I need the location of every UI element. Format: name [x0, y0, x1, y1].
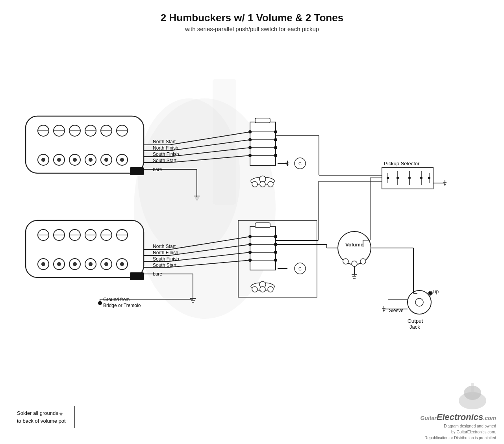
svg-point-110 — [408, 177, 411, 179]
pickup-selector-label: Pickup Selector — [384, 161, 420, 166]
north-start-label-2: North Start — [153, 244, 176, 249]
svg-point-25 — [89, 158, 93, 162]
brand-name-2: Electronics — [437, 412, 484, 422]
diagram-area: C C — [0, 39, 504, 394]
copyright-text-1: Diagram designed and owned — [420, 424, 496, 428]
svg-point-65 — [274, 146, 277, 149]
south-finish-label-2: South Finish — [153, 256, 179, 262]
svg-point-27 — [120, 158, 124, 162]
svg-point-120 — [352, 261, 357, 266]
svg-point-121 — [360, 259, 366, 264]
svg-point-96 — [260, 287, 265, 292]
output-jack-label2: Jack — [410, 324, 420, 330]
svg-text:Volume: Volume — [345, 242, 363, 248]
svg-rect-183 — [471, 383, 474, 395]
svg-point-176 — [429, 292, 432, 295]
svg-rect-2 — [213, 79, 236, 205]
svg-point-51 — [89, 262, 93, 266]
svg-rect-55 — [250, 122, 276, 165]
watermark-area: GuitarElectronics.com Diagram designed a… — [420, 379, 496, 440]
svg-point-67 — [274, 154, 277, 157]
svg-point-117 — [338, 231, 371, 265]
svg-point-119 — [343, 259, 348, 264]
guitar-silhouette — [449, 379, 496, 411]
svg-point-90 — [274, 251, 277, 254]
svg-rect-54 — [130, 272, 144, 280]
svg-text:C: C — [298, 161, 302, 166]
svg-point-61 — [274, 130, 277, 133]
svg-point-52 — [104, 262, 108, 266]
svg-point-127 — [415, 298, 423, 306]
wiring-diagram-svg: C C — [0, 39, 504, 382]
south-start-label-2: South Start — [153, 263, 177, 268]
svg-rect-80 — [250, 227, 276, 270]
svg-point-22 — [41, 158, 45, 162]
bare-label-2: bare — [153, 271, 162, 277]
ground-bridge-label2: Bridge or Tremolo — [103, 303, 141, 308]
svg-point-70 — [252, 181, 258, 187]
brand-name: Guitar — [420, 415, 436, 421]
note-line2: to back of volume pot — [17, 418, 66, 424]
bare-label-1: bare — [153, 167, 162, 172]
svg-point-97 — [268, 287, 273, 292]
svg-point-23 — [57, 158, 61, 162]
svg-point-92 — [274, 259, 277, 262]
note-line1: Solder all grounds — [17, 410, 58, 416]
svg-point-63 — [274, 138, 277, 141]
svg-point-111 — [420, 177, 422, 179]
south-start-label-1: South Start — [153, 158, 177, 163]
north-finish-label-1: North Finish — [153, 145, 178, 151]
svg-point-86 — [274, 235, 277, 238]
svg-point-50 — [73, 262, 77, 266]
tip-label: Tip — [432, 289, 439, 294]
svg-point-112 — [428, 177, 430, 179]
north-start-label-1: North Start — [153, 139, 176, 144]
svg-point-26 — [104, 158, 108, 162]
svg-rect-98 — [255, 223, 270, 228]
ground-bridge-label: Ground from — [103, 297, 130, 302]
note-box: Solder all grounds ⏚ to back of volume p… — [12, 406, 75, 428]
svg-rect-102 — [382, 167, 433, 189]
brand-logo: GuitarElectronics.com — [420, 412, 496, 422]
svg-point-95 — [252, 287, 258, 292]
svg-point-108 — [387, 177, 389, 179]
sub-title: with series-parallel push/pull switch fo… — [0, 26, 504, 32]
title-area: 2 Humbuckers w/ 1 Volume & 2 Tones with … — [0, 0, 504, 32]
svg-point-71 — [260, 181, 265, 187]
svg-point-24 — [73, 158, 77, 162]
svg-rect-28 — [130, 167, 144, 175]
south-finish-label-1: South Finish — [153, 152, 179, 157]
copyright-text-3: Republication or Distribution is prohibi… — [420, 436, 496, 440]
svg-point-53 — [120, 262, 124, 266]
brand-tld: .com — [483, 415, 496, 421]
copyright-text-2: by GuitarElectronics.com. — [420, 430, 496, 434]
north-finish-label-2: North Finish — [153, 250, 178, 255]
svg-point-49 — [57, 262, 61, 266]
svg-rect-73 — [255, 118, 270, 123]
page-container: 2 Humbuckers w/ 1 Volume & 2 Tones with … — [0, 0, 504, 444]
svg-point-109 — [397, 177, 399, 179]
svg-point-48 — [41, 262, 45, 266]
note-ground-symbol: ⏚ — [59, 410, 63, 416]
svg-point-72 — [268, 181, 273, 187]
output-jack-label: Output — [408, 318, 423, 324]
main-title: 2 Humbuckers w/ 1 Volume & 2 Tones — [0, 12, 504, 24]
svg-text:C: C — [298, 266, 302, 271]
